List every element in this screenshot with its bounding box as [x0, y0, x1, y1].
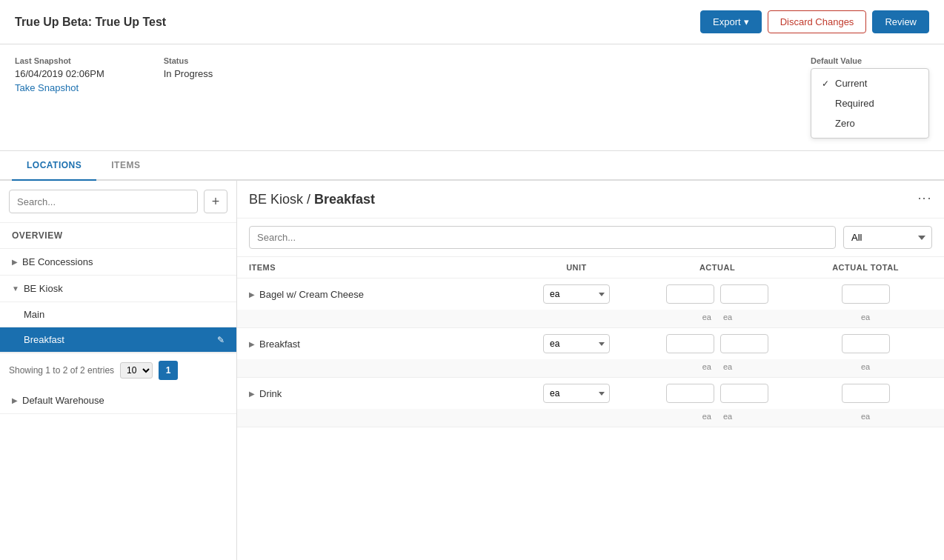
sidebar-tree: OVERVIEW ▶ BE Concessions ▼ BE Kiosk Mai…: [0, 223, 236, 560]
sub-label-ea-1: ea: [702, 313, 711, 321]
right-panel: BE Kiosk / Breakfast ⋮ All Active Inacti…: [237, 181, 944, 560]
dropdown-item-required[interactable]: Required: [811, 93, 928, 113]
breadcrumb-prefix: BE Kiosk: [249, 192, 303, 207]
table-row: ▶ Drink ea: [237, 378, 944, 427]
left-panel: + OVERVIEW ▶ BE Concessions ▼ BE Kiosk M…: [0, 181, 237, 560]
dropdown-item-current[interactable]: ✓ Current: [811, 73, 928, 93]
dropdown-item-zero[interactable]: Zero: [811, 113, 928, 133]
actual-total-input[interactable]: [842, 384, 890, 403]
right-panel-header: BE Kiosk / Breakfast ⋮: [237, 181, 944, 219]
actual-total-input[interactable]: [842, 334, 890, 353]
table-row-sub: ea ea ea: [237, 359, 944, 377]
sidebar-item-be-concessions[interactable]: ▶ BE Concessions: [0, 249, 236, 276]
take-snapshot-link[interactable]: Take Snapshot: [15, 82, 104, 93]
expand-row-icon[interactable]: ▶: [249, 390, 255, 398]
export-label: Export: [713, 16, 741, 27]
actual-cells: [636, 334, 799, 353]
actual-input-2[interactable]: [720, 284, 768, 304]
check-icon-empty: [822, 119, 831, 129]
sidebar-child-breakfast[interactable]: Breakfast ✎: [0, 327, 236, 353]
item-name-label: Drink: [259, 388, 282, 399]
filter-row: All Active Inactive: [237, 219, 944, 257]
check-icon-empty: [822, 99, 831, 109]
overview-label: OVERVIEW: [0, 223, 236, 249]
filter-dropdown[interactable]: All Active Inactive: [843, 226, 932, 249]
unit-cell: ea: [517, 334, 636, 353]
sub-labels: ea ea: [636, 412, 799, 421]
dropdown-item-label: Required: [835, 98, 874, 109]
sidebar-item-default-warehouse[interactable]: ▶ Default Warehouse: [0, 387, 236, 414]
left-page-size-select[interactable]: 10 25 50: [120, 362, 153, 379]
actual-input-2[interactable]: [720, 384, 768, 403]
left-search-bar: +: [0, 181, 236, 223]
actual-total-input[interactable]: [842, 284, 890, 304]
actual-input-1[interactable]: [666, 334, 714, 353]
unit-select[interactable]: ea: [543, 334, 610, 353]
chevron-down-icon: ▼: [12, 284, 19, 293]
item-name: ▶ Breakfast: [249, 339, 517, 350]
table-row-sub: ea ea ea: [237, 310, 944, 327]
chevron-right-icon: ▶: [12, 258, 18, 266]
export-chevron-icon: ▾: [744, 16, 749, 27]
sidebar-child-main[interactable]: Main: [0, 302, 236, 327]
table-row-sub: ea ea ea: [237, 409, 944, 427]
actual-input-1[interactable]: [666, 284, 714, 304]
expand-row-icon[interactable]: ▶: [249, 340, 255, 348]
top-header: True Up Beta: True Up Test Export ▾ Disc…: [0, 0, 944, 44]
default-value-dropdown[interactable]: ✓ Current Required Zero: [811, 68, 929, 139]
sub-label-ea-1: ea: [702, 412, 711, 421]
tab-locations[interactable]: LOCATIONS: [12, 151, 96, 181]
left-pagination: Showing 1 to 2 of 2 entries 10 25 50 1: [0, 353, 236, 387]
sub-labels: ea ea: [636, 313, 799, 321]
last-snapshot-value: 16/04/2019 02:06PM: [15, 68, 104, 79]
sub-label-ea-2: ea: [723, 362, 732, 371]
more-options-icon[interactable]: ⋮: [917, 192, 933, 207]
col-unit: UNIT: [517, 263, 636, 272]
items-table: ▶ Bagel w/ Cream Cheese ea: [237, 279, 944, 560]
table-header: ITEMS UNIT ACTUAL ACTUAL TOTAL: [237, 257, 944, 279]
left-search-input[interactable]: [9, 190, 198, 213]
item-name: ▶ Drink: [249, 388, 517, 399]
expand-row-icon[interactable]: ▶: [249, 290, 255, 299]
unit-cell: ea: [517, 284, 636, 304]
sub-labels: ea ea: [636, 362, 799, 371]
unit-select[interactable]: ea: [543, 384, 610, 403]
actual-total-cell: [799, 334, 932, 353]
item-name-label: Breakfast: [259, 339, 300, 350]
tab-items[interactable]: ITEMS: [96, 151, 155, 181]
dropdown-item-label: Current: [835, 78, 867, 89]
sidebar-item-be-kiosk[interactable]: ▼ BE Kiosk: [0, 276, 236, 302]
sidebar-item-label: BE Kiosk: [24, 283, 63, 294]
sidebar-child-label: Breakfast: [24, 334, 64, 345]
actual-input-1[interactable]: [666, 384, 714, 403]
right-panel-title: BE Kiosk / Breakfast: [249, 192, 375, 207]
sidebar-item-label: Default Warehouse: [22, 395, 104, 406]
review-button[interactable]: Review: [872, 10, 929, 33]
sub-label-ea-3: ea: [799, 313, 932, 321]
app-title: True Up Beta: True Up Test: [15, 16, 166, 29]
discard-changes-button[interactable]: Discard Changes: [768, 10, 867, 33]
default-value-label: Default Value: [811, 56, 929, 65]
status-label: Status: [164, 56, 213, 65]
chevron-right-icon: ▶: [12, 396, 18, 404]
unit-select[interactable]: ea: [543, 284, 610, 304]
sub-label-ea-1: ea: [702, 362, 711, 371]
add-location-button[interactable]: +: [204, 190, 227, 213]
edit-icon: ✎: [217, 335, 225, 345]
main-layout: + OVERVIEW ▶ BE Concessions ▼ BE Kiosk M…: [0, 181, 944, 560]
right-search-input[interactable]: [249, 226, 836, 249]
info-bar: Last Snapshot 16/04/2019 02:06PM Take Sn…: [0, 44, 944, 151]
actual-input-2[interactable]: [720, 334, 768, 353]
breadcrumb-current: Breakfast: [314, 192, 375, 207]
status-value: In Progress: [164, 68, 213, 79]
table-row-main: ▶ Drink ea: [237, 378, 944, 409]
last-snapshot-label: Last Snapshot: [15, 56, 104, 65]
breadcrumb-separator: /: [307, 192, 314, 207]
table-row: ▶ Bagel w/ Cream Cheese ea: [237, 279, 944, 328]
left-page-1-button[interactable]: 1: [159, 361, 178, 380]
col-items: ITEMS: [249, 263, 517, 272]
last-snapshot-section: Last Snapshot 16/04/2019 02:06PM Take Sn…: [15, 56, 104, 93]
export-button[interactable]: Export ▾: [700, 10, 762, 33]
sub-label-ea-2: ea: [723, 313, 732, 321]
table-row-main: ▶ Breakfast ea: [237, 328, 944, 359]
